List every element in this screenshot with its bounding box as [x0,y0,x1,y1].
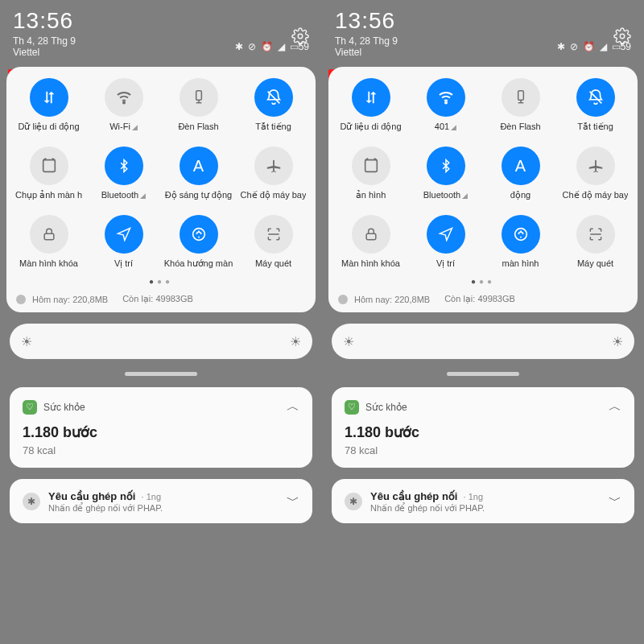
clock: 13:56 [335,8,631,34]
qs-tile-label: Màn hình khóa [341,258,400,268]
brightness-slider[interactable]: ☀ ☀ [332,324,634,359]
qs-tile-label: Bluetooth◢ [101,190,146,200]
qs-tile-bt[interactable]: Bluetooth◢ [86,147,161,200]
brightness-slider[interactable]: ☀ ☀ [10,324,312,359]
qs-tile-label: Màn hình khóa [19,258,78,268]
drag-handle[interactable] [125,372,197,376]
plane-icon [576,147,615,185]
qs-tile-mute[interactable]: Tắt tiếng [236,78,311,132]
svg-point-9 [620,34,625,39]
qs-tile-label: Đèn Flash [178,122,218,131]
qs-tile-mute[interactable]: Tắt tiếng [558,78,633,132]
qs-tile-rot[interactable]: Khóa hướng màn [161,215,236,269]
kcal-value: 78 kcal [23,444,299,456]
health-card[interactable]: ♡ Sức khỏe ︿ 1.180 bước 78 kcal [332,387,634,468]
qs-tile-scan[interactable]: Máy quét [236,215,311,269]
svg-point-0 [298,34,303,39]
qs-tile-data[interactable]: Dữ liệu di động [333,78,408,132]
svg-rect-6 [43,160,55,172]
alarm-icon: ⏰ [583,41,595,52]
mute-icon [254,78,293,117]
qs-tile-flash[interactable]: Đèn Flash [161,78,236,132]
qs-tile-label: Chụp ảnh màn h [15,190,82,200]
brightness-low-icon: ☀ [343,334,354,349]
quick-settings-panel: Dữ liệu di độngWi-Fi◢Đèn FlashTắt tiếngC… [6,67,316,312]
flash-icon [180,78,218,117]
qs-tile-flash[interactable]: Đèn Flash [483,78,558,132]
qs-tile-wifi[interactable]: 401◢ [408,78,483,132]
dnd-icon: ⊘ [570,41,578,52]
qs-tile-loc[interactable]: Vị trí [86,215,161,269]
qs-tile-label: Dữ liệu di động [18,122,79,132]
qs-tile-wifi[interactable]: Wi-Fi◢ [86,78,161,132]
qs-tile-auto[interactable]: AĐộ sáng tự động [161,147,236,200]
bluetooth-icon: ✱ [345,493,362,510]
auto-icon: A [502,147,540,185]
qs-tile-shot[interactable]: Chụp ảnh màn h [11,147,86,200]
usage-dot-icon [16,295,26,304]
qs-tile-label: Wi-Fi◢ [109,122,138,131]
bt-icon [427,147,465,185]
qs-tile-loc[interactable]: Vị trí [408,215,483,269]
pairing-card[interactable]: ✱ Yêu cầu ghép nối · 1ng Nhấn để ghép nố… [10,479,312,523]
carrier: Viettel [13,47,76,58]
clock: 13:56 [13,8,309,34]
qs-tile-plane[interactable]: Chế độ máy bay [558,147,633,200]
data-usage[interactable]: Hôm nay: 220,8MB Còn lại: 49983GB [16,294,306,304]
qs-tile-label: Máy quét [255,258,291,268]
page-dots[interactable]: ●●● [333,277,633,286]
svg-rect-2 [196,91,201,101]
health-app-icon: ♡ [345,400,359,415]
chevron-up-icon[interactable]: ︿ [287,398,299,415]
qs-tile-data[interactable]: Dữ liệu di động [11,78,86,132]
svg-point-8 [192,229,204,241]
qs-tile-auto[interactable]: Ađộng [483,147,558,200]
alarm-icon: ⏰ [261,41,273,52]
bluetooth-icon: ✱ [235,41,243,52]
settings-icon[interactable] [613,27,631,45]
auto-icon: A [180,147,218,185]
chevron-up-icon[interactable]: ︿ [609,398,621,415]
health-app-icon: ♡ [23,400,37,415]
svg-point-17 [514,229,526,241]
scan-icon [576,215,615,254]
brightness-high-icon: ☀ [612,334,623,349]
svg-rect-7 [44,233,54,240]
qs-tile-label: Chế độ máy bay [241,190,307,200]
rot-icon [180,215,218,254]
brightness-high-icon: ☀ [290,334,301,349]
usage-today: Hôm nay: 220,8MB [32,295,108,304]
chevron-down-icon[interactable]: ﹀ [609,493,621,510]
qs-tile-rot[interactable]: màn hình [483,215,558,269]
qs-tile-label: Tắt tiếng [255,122,291,132]
health-card[interactable]: ♡ Sức khỏe ︿ 1.180 bước 78 kcal [10,387,312,468]
qs-tile-label: Vị trí [436,258,455,269]
lock-icon [30,215,68,254]
screenshot-left: 13:56 Th 4, 28 Thg 9 Viettel ✱ ⊘ ⏰ ◢ ▭59… [0,0,322,644]
qs-tile-plane[interactable]: Chế độ máy bay [236,147,311,200]
screenshot-right: 13:56 Th 4, 28 Thg 9 Viettel ✱ ⊘ ⏰ ◢ ▭59… [322,0,644,644]
drag-handle[interactable] [447,372,519,376]
qs-tile-label: Khóa hướng màn [164,258,233,269]
quick-settings-panel: Dữ liệu di động401◢Đèn FlashTắt tiếngản … [328,67,638,312]
mute-icon [576,78,615,117]
pair-title: Yêu cầu ghép nối [48,490,135,502]
data-usage[interactable]: Hôm nay: 220,8MB Còn lại: 49983GB [338,294,628,304]
chevron-down-icon[interactable]: ﹀ [287,493,299,510]
shot-icon [352,147,390,185]
qs-tile-lock[interactable]: Màn hình khóa [11,215,86,269]
pairing-card[interactable]: ✱ Yêu cầu ghép nối · 1ng Nhấn để ghép nố… [332,479,634,523]
qs-tile-label: động [510,190,530,200]
expand-icon: ◢ [462,192,468,200]
qs-tile-shot[interactable]: ản hình [333,147,408,200]
signal-icon: ◢ [278,41,285,52]
svg-point-1 [123,102,125,104]
kcal-value: 78 kcal [345,444,621,456]
usage-remain: Còn lại: 49983GB [122,294,193,304]
qs-tile-lock[interactable]: Màn hình khóa [333,215,408,269]
qs-tile-bt[interactable]: Bluetooth◢ [408,147,483,200]
qs-tile-scan[interactable]: Máy quét [558,215,633,269]
health-app-name: Sức khỏe [43,402,85,413]
page-dots[interactable]: ●●● [11,277,311,286]
settings-icon[interactable] [291,27,309,45]
